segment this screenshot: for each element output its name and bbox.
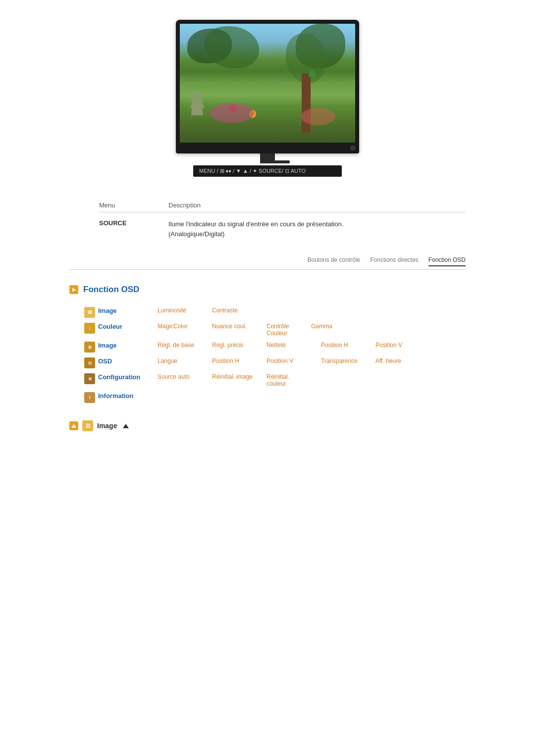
image-label: Image bbox=[97, 422, 117, 430]
osd-row-couleur: 🎨 Couleur MagicColor Nuance coul. Contrô… bbox=[84, 320, 481, 339]
osd-row-image2: ⊞ Image Régl. de base Régl. précis Nette… bbox=[84, 339, 481, 355]
image-arrow-section: 🖼 Image bbox=[69, 420, 466, 431]
osd-name-image: Image bbox=[98, 307, 158, 314]
osd-row-osd: ⊡ OSD Langue Position H Position V Trans… bbox=[84, 355, 481, 371]
osd-item-regl-precis[interactable]: Régl. précis bbox=[212, 342, 267, 349]
col-menu-header: Menu bbox=[99, 202, 168, 209]
osd-item-position-v[interactable]: Position V bbox=[375, 342, 430, 349]
osd-row-config: ⚙ Configuration Source auto Réinitial. i… bbox=[84, 371, 481, 390]
desc-cell: Ilume l'indicateur du signal d'entrée en… bbox=[168, 219, 466, 239]
osd-item-controle-couleur[interactable]: Contrôle Couleur bbox=[267, 323, 311, 337]
nav-tabs: Boutons de contrôle Fonctions directes F… bbox=[69, 256, 466, 270]
osd-icon-box: ⊡ bbox=[84, 357, 95, 368]
osd-title-text: Fonction OSD bbox=[83, 285, 139, 295]
table-row: SOURCE Ilume l'indicateur du signal d'en… bbox=[99, 216, 466, 242]
osd-item-reinit-image[interactable]: Réinitial. image bbox=[212, 373, 267, 380]
screen-content bbox=[180, 24, 355, 143]
tab-fonctions-directes[interactable]: Fonctions directes bbox=[370, 256, 418, 266]
menu-label: MENU / ⊞ ♦♦ / ▼ ▲ / ✦ SOURCE/ ⊡ AUTO bbox=[199, 168, 306, 174]
osd-section: ▶ Fonction OSD 🖼 Image Luminosité Contra… bbox=[69, 285, 466, 405]
menu-cell: SOURCE bbox=[99, 219, 168, 227]
osd-item-magiccolor[interactable]: MagicColor bbox=[158, 323, 212, 330]
image2-icon-box: ⊞ bbox=[84, 342, 95, 353]
osd-icon-couleur: 🎨 bbox=[84, 323, 98, 334]
osd-row-image: 🖼 Image Luminosité Contraste bbox=[84, 304, 481, 320]
osd-name-couleur: Couleur bbox=[98, 323, 158, 330]
osd-item-pos-h[interactable]: Position H bbox=[212, 357, 267, 364]
couleur-icon-box: 🎨 bbox=[84, 323, 95, 334]
osd-item-luminosite[interactable]: Luminosité bbox=[158, 307, 212, 314]
arrow-icon bbox=[69, 421, 78, 430]
osd-item-regl-base[interactable]: Régl. de base bbox=[158, 342, 212, 349]
osd-row-info: i Information bbox=[84, 390, 481, 405]
osd-item-position-h[interactable]: Position H bbox=[321, 342, 375, 349]
osd-item-transparence[interactable]: Transparence bbox=[321, 357, 375, 364]
osd-item-contraste[interactable]: Contraste bbox=[212, 307, 267, 314]
monitor-stand bbox=[260, 153, 275, 163]
osd-table: 🖼 Image Luminosité Contraste 🎨 Couleur bbox=[84, 304, 481, 405]
osd-icon-config: ⚙ bbox=[84, 373, 98, 384]
tab-boutons-controle[interactable]: Boutons de contrôle bbox=[307, 256, 360, 266]
osd-item-source-auto[interactable]: Source auto bbox=[158, 373, 212, 380]
osd-icon-image2: ⊞ bbox=[84, 342, 98, 353]
monitor-section: MENU / ⊞ ♦♦ / ▼ ▲ / ✦ SOURCE/ ⊡ AUTO bbox=[176, 20, 359, 177]
config-icon-box: ⚙ bbox=[84, 373, 95, 384]
osd-name-config: Configuration bbox=[98, 373, 158, 381]
osd-icon-image: 🖼 bbox=[84, 307, 98, 318]
pagoda-decoration bbox=[190, 86, 205, 115]
osd-icon-osd: ⊡ bbox=[84, 357, 98, 368]
osd-item-langue[interactable]: Langue bbox=[158, 357, 212, 364]
osd-item-reinit-couleur[interactable]: Réinitial.couleur bbox=[267, 373, 311, 387]
osd-item-gamma[interactable]: Gamma bbox=[311, 323, 366, 330]
osd-name-osd: OSD bbox=[98, 357, 158, 365]
table-section: Menu Description SOURCE Ilume l'indicate… bbox=[69, 202, 466, 242]
osd-name-info: Information bbox=[98, 392, 158, 400]
flowers-decoration-2 bbox=[301, 108, 335, 125]
control-bar: MENU / ⊞ ♦♦ / ▼ ▲ / ✦ SOURCE/ ⊡ AUTO bbox=[193, 165, 342, 177]
osd-item-pos-v[interactable]: Position V bbox=[267, 357, 321, 364]
monitor-screen bbox=[180, 24, 355, 143]
info-icon-box: i bbox=[84, 392, 95, 403]
osd-item-aff-heure[interactable]: Aff. heure bbox=[375, 357, 430, 364]
monitor-power-button[interactable] bbox=[350, 146, 355, 151]
osd-item-nuance[interactable]: Nuance coul. bbox=[212, 323, 267, 330]
lantern-green bbox=[309, 70, 316, 78]
flowers-decoration bbox=[210, 103, 254, 123]
image-icon-box: 🖼 bbox=[84, 307, 95, 318]
table-header: Menu Description bbox=[99, 202, 466, 212]
col-desc-header: Description bbox=[168, 202, 466, 209]
osd-item-nettete[interactable]: Netteté bbox=[267, 342, 321, 349]
osd-icon-info: i bbox=[84, 392, 98, 403]
up-arrow-icon bbox=[121, 422, 129, 430]
monitor-frame bbox=[176, 20, 359, 153]
osd-title-icon: ▶ bbox=[69, 285, 78, 294]
osd-title-row: ▶ Fonction OSD bbox=[69, 285, 466, 295]
osd-name-image2: Image bbox=[98, 342, 158, 349]
image-icon-small: 🖼 bbox=[82, 420, 93, 431]
tab-fonction-osd[interactable]: Fonction OSD bbox=[428, 256, 466, 266]
